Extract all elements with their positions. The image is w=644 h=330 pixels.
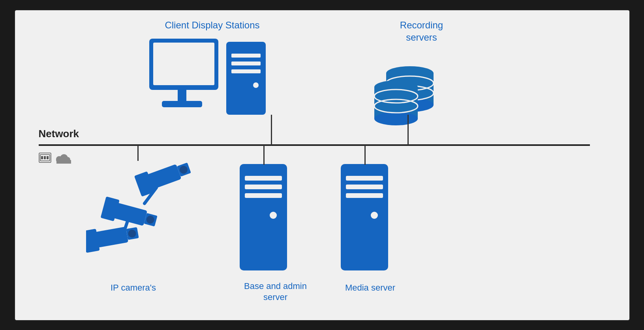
svg-rect-12: [178, 90, 186, 101]
svg-rect-11: [153, 43, 214, 85]
svg-point-52: [371, 212, 378, 219]
recording-servers-label: Recording servers: [378, 19, 465, 43]
svg-rect-9: [56, 160, 71, 164]
connector-cameras: [137, 145, 139, 161]
cloud-icon: [54, 151, 73, 164]
svg-rect-15: [231, 54, 261, 58]
diagram-container: Network Client Display Stations: [14, 9, 630, 321]
svg-rect-3: [44, 156, 46, 159]
client-display-stations-label: Client Display Stations: [145, 19, 280, 31]
monitor-icon: [145, 39, 228, 117]
media-server-label: Media server: [331, 282, 410, 294]
ip-cameras-icon: [86, 160, 216, 270]
ethernet-icon: [39, 153, 51, 163]
svg-rect-2: [41, 156, 43, 159]
ip-cameras-label: IP camera's: [94, 282, 173, 294]
svg-rect-13: [162, 101, 202, 107]
base-admin-server-label: Base and admin server: [232, 281, 319, 303]
svg-rect-49: [346, 176, 383, 181]
media-server-icon: [339, 164, 390, 274]
network-icons-area: [39, 151, 73, 164]
svg-rect-45: [245, 185, 282, 189]
svg-rect-16: [231, 62, 261, 65]
svg-point-18: [253, 82, 259, 88]
network-label: Network: [39, 128, 79, 140]
database-icon: [359, 50, 449, 129]
connector-media-server: [364, 145, 366, 165]
svg-point-47: [270, 212, 277, 219]
svg-rect-4: [47, 156, 49, 159]
svg-rect-17: [231, 69, 261, 73]
svg-rect-44: [245, 176, 282, 181]
svg-rect-50: [346, 185, 383, 189]
connector-base-admin: [263, 145, 265, 165]
base-admin-server-icon: [238, 164, 289, 274]
tower-pc-icon: [224, 42, 268, 115]
network-line: [39, 144, 590, 146]
connector-recording-servers: [407, 115, 409, 145]
svg-rect-51: [346, 193, 383, 198]
connector-client-display: [271, 115, 272, 145]
svg-rect-46: [245, 193, 282, 198]
svg-point-26: [374, 112, 418, 125]
svg-rect-14: [226, 42, 266, 115]
